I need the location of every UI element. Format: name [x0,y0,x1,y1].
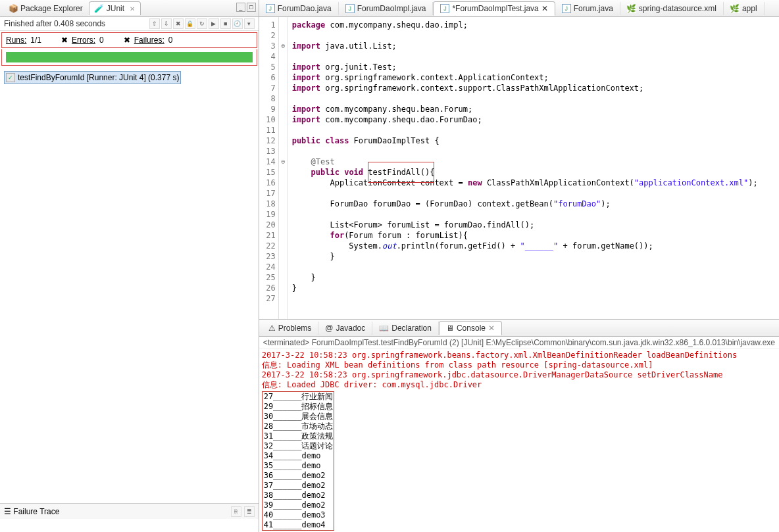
right-pane: JForumDao.javaJForumDaoImpl.javaJ*ForumD… [259,0,779,532]
code-line[interactable] [292,146,779,157]
editor-tab[interactable]: JForumDaoImpl.java [339,2,434,15]
stat-value: 1/1 [30,36,41,45]
code-line[interactable]: import com.mycompany.shequ.bean.Forum; [292,104,779,114]
code-line[interactable]: System.out.println(forum.getFid() + "___… [292,241,779,251]
tab-label: JUnit [107,4,124,13]
junit-status-text: Finished after 0.408 seconds [4,19,105,28]
stat-value: 0 [99,36,104,45]
show-failures-icon[interactable]: ✖ [173,18,184,29]
code-line[interactable] [292,188,779,199]
rerun-icon[interactable]: ↻ [197,18,207,29]
junit-view: Finished after 0.408 seconds ⇧ ⇩ ✖ 🔒 ↻ ▶… [0,17,259,532]
code-line[interactable]: for(Forum forum : forumList){ [292,230,779,241]
stat-failures: ✖ Failures: 0 [124,36,173,45]
failure-trace-label: Failure Trace [13,507,59,516]
editor-tab-label: ForumDao.java [278,4,332,13]
close-icon[interactable]: ✕ [130,5,135,12]
problems-icon: ⚠ [268,324,276,333]
console-line: 37______demo2 [264,481,332,491]
code-line[interactable] [292,30,779,41]
junit-progress-bar [6,52,253,62]
code-line[interactable]: import org.junit.Test; [292,62,779,72]
stat-value: 0 [168,36,173,45]
code-line[interactable]: public void testFindAll(){ [292,167,779,178]
test-item[interactable]: ✓ testFindByForumId [Runner: JUnit 4] (0… [4,71,181,84]
editor-tab[interactable]: 🌿spring-datasource.xml [620,2,724,15]
bottom-tab-console[interactable]: 🖥Console ✕ [439,321,502,335]
bottom-tab-label: Javadoc [336,324,366,333]
code-line[interactable]: package com.mycompany.shequ.dao.impl; [292,20,779,30]
bottom-tab-label: Console [457,324,486,333]
tab-package-explorer[interactable]: 📦 Package Explorer [3,1,89,15]
minimize-icon[interactable]: _ [236,3,245,12]
tab-label: Package Explorer [20,4,83,13]
editor-tab[interactable]: JForumDao.java [259,2,339,15]
code-line[interactable]: } [292,272,779,283]
code-line[interactable] [292,51,779,62]
close-icon[interactable]: ✕ [541,4,548,13]
bottom-tab-problems[interactable]: ⚠Problems [262,322,319,335]
editor-tab[interactable]: 🌿appl [724,2,765,15]
code-line[interactable]: import java.util.List; [292,41,779,51]
fold-gutter[interactable]: ⊕ ⊖ [279,17,288,319]
maximize-icon[interactable]: □ [247,3,256,12]
editor-tabbar: JForumDao.javaJForumDaoImpl.javaJ*ForumD… [259,0,779,17]
console-line: 39______demo2 [264,500,332,510]
tab-junit[interactable]: 🧪 JUnit ✕ [89,1,141,15]
code-line[interactable]: } [292,251,779,262]
code-line[interactable]: List<Forum> forumList = forumDao.findAll… [292,220,779,230]
console-panel: ⚠Problems@Javadoc📖Declaration🖥Console ✕ … [259,320,779,532]
console-line: 32______话题讨论 [264,441,332,451]
next-failure-icon[interactable]: ⇩ [161,18,172,29]
editor-tab-label: *ForumDaoImplTest.java [452,4,538,13]
line-number-gutter: 1234567891011121314151617181920212223242… [259,17,279,319]
declaration-icon: 📖 [379,324,389,333]
stat-errors: ✖ Errors: 0 [61,36,104,45]
bottom-tabbar: ⚠Problems@Javadoc📖Declaration🖥Console ✕ [259,320,779,337]
failure-icon: ✖ [124,36,130,45]
console-line: 信息: Loaded JDBC driver: com.mysql.jdbc.D… [262,380,776,390]
rerun-failed-icon[interactable]: ▶ [209,18,219,29]
code-line[interactable]: } [292,283,779,293]
stop-icon[interactable]: ■ [220,18,231,29]
bottom-tab-javadoc[interactable]: @Javadoc [318,322,372,335]
code-line[interactable] [292,93,779,104]
console-line: 27______行业新闻 [264,392,332,402]
junit-icon: 🧪 [95,4,104,13]
scroll-lock-icon[interactable]: 🔒 [185,18,195,29]
history-icon[interactable]: 🕘 [232,18,243,29]
code-line[interactable]: import org.springframework.context.suppo… [292,83,779,93]
bottom-tab-declaration[interactable]: 📖Declaration [372,322,439,335]
stat-runs: Runs: 1/1 [6,36,41,45]
prev-failure-icon[interactable]: ⇧ [149,18,160,29]
progress-bar-wrap [1,49,257,66]
code-line[interactable]: public class ForumDaoImplTest { [292,135,779,146]
code-line[interactable] [292,125,779,135]
editor-area[interactable]: 1234567891011121314151617181920212223242… [259,17,779,320]
filter-icon[interactable]: ⎘ [231,506,241,517]
code-line[interactable] [292,209,779,220]
bottom-tab-label: Declaration [391,324,432,333]
code-line[interactable]: import com.mycompany.shequ.dao.ForumDao; [292,114,779,125]
javadoc-icon: @ [325,324,333,333]
stat-label: Runs: [6,36,26,45]
menu-icon[interactable]: ▾ [244,18,255,29]
junit-tree[interactable]: ✓ testFindByForumId [Runner: JUnit 4] (0… [0,68,259,503]
code-area[interactable]: package com.mycompany.shequ.dao.impl; im… [288,17,779,319]
console-line: 2017-3-22 10:58:23 org.springframework.b… [262,351,776,360]
code-line[interactable]: import org.springframework.context.Appli… [292,72,779,83]
console-output[interactable]: 2017-3-22 10:58:23 org.springframework.b… [259,349,779,532]
code-line[interactable] [292,293,779,304]
code-line[interactable]: ApplicationContext context = new ClassPa… [292,178,779,188]
code-line[interactable]: @Test [292,157,779,167]
compare-icon[interactable]: ≣ [244,506,255,517]
editor-tab-label: appl [742,4,757,13]
view-controls: _ □ [236,3,256,12]
console-line: 40______demo3 [264,510,332,520]
editor-tab-label: ForumDaoImpl.java [357,4,426,13]
close-icon[interactable]: ✕ [488,324,495,333]
code-line[interactable]: ForumDao forumDao = (ForumDao) context.g… [292,199,779,209]
editor-tab[interactable]: J*ForumDaoImplTest.java✕ [433,1,555,16]
code-line[interactable] [292,262,779,272]
editor-tab[interactable]: JForum.java [555,2,620,15]
